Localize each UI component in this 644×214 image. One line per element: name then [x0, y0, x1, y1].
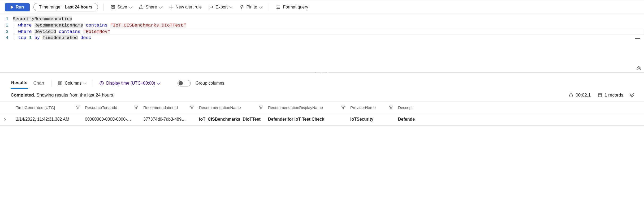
run-button[interactable]: Run — [5, 3, 30, 11]
code-token: TimeGenerated — [42, 35, 78, 40]
cell-providername: IoTSecurity — [350, 117, 398, 122]
export-icon — [209, 5, 213, 10]
th-label: RecommendationId — [143, 105, 178, 110]
save-icon — [110, 5, 115, 10]
status-bar: Completed. Showing results from the last… — [0, 89, 644, 102]
chevron-down-icon — [229, 5, 233, 8]
tab-results[interactable]: Results — [11, 77, 28, 89]
columns-label: Columns — [65, 81, 81, 86]
format-query-button[interactable]: Format query — [274, 4, 310, 11]
cell-recommendationid: 377374d6-7db3-489… — [143, 117, 199, 122]
time-range-picker[interactable]: Time range : Last 24 hours — [33, 3, 98, 11]
save-label: Save — [117, 5, 127, 10]
svg-rect-3 — [60, 82, 62, 85]
line-number: 2 — [0, 22, 13, 29]
toolbar-divider — [269, 4, 269, 11]
columns-icon — [58, 81, 63, 86]
filter-icon[interactable] — [134, 105, 139, 110]
run-label: Run — [16, 5, 24, 10]
records-icon — [598, 93, 602, 98]
code-token: desc — [80, 35, 91, 40]
records-indicator: 1 records — [598, 93, 623, 98]
expand-row-button[interactable] — [0, 117, 9, 122]
stopwatch-icon — [569, 93, 573, 98]
status-showing: Showing results from the last 24 hours. — [36, 93, 114, 98]
filter-icon[interactable] — [341, 105, 345, 110]
svg-rect-2 — [58, 82, 60, 85]
share-label: Share — [146, 5, 157, 10]
code-token: contains — [86, 23, 107, 28]
col-recommendationname[interactable]: RecommendationName — [199, 105, 268, 110]
th-label: ResourceTenantId — [85, 105, 117, 110]
th-label: Descript — [398, 105, 413, 110]
code-token: contains — [59, 29, 80, 34]
toolbar-divider — [51, 80, 51, 87]
col-recommendationid[interactable]: RecommendationId — [143, 105, 199, 110]
filter-icon[interactable] — [189, 105, 194, 110]
toolbar-divider — [103, 4, 103, 11]
export-button[interactable]: Export — [207, 4, 234, 11]
toolbar-divider — [93, 80, 93, 87]
plus-icon — [169, 5, 174, 10]
share-icon — [139, 5, 144, 10]
toggle-knob — [179, 81, 183, 85]
expand-down-icon[interactable] — [630, 94, 633, 97]
cell-recommendationdisplayname: Defender for IoT Test Check — [268, 117, 350, 122]
col-recommendationdisplayname[interactable]: RecommendationDisplayName — [268, 105, 350, 110]
new-alert-label: New alert rule — [176, 5, 202, 10]
code-token: "RotemNov" — [83, 29, 110, 34]
table-row[interactable]: 2/14/2022, 11:42:31.382 AM 00000000-0000… — [0, 113, 644, 125]
play-icon — [11, 5, 14, 9]
time-range-label: Time range : — [39, 5, 63, 10]
pin-icon — [239, 5, 244, 10]
col-description[interactable]: Descript — [398, 105, 644, 110]
col-resourcetenantid[interactable]: ResourceTenantId — [85, 105, 143, 110]
code-token: 1 — [29, 35, 32, 40]
new-alert-button[interactable]: New alert rule — [167, 4, 204, 11]
table-header: TimeGenerated [UTC] ResourceTenantId Rec… — [0, 102, 644, 113]
cell-recommendationname: IoT_CISBenchmarks_DIoTTest — [199, 117, 268, 122]
results-toolbar: Results Chart Columns Display time (UTC+… — [0, 76, 644, 89]
filter-icon[interactable] — [258, 105, 263, 110]
line-number: 3 — [0, 29, 13, 35]
cell-resourcetenantid: 00000000-0000-0000-… — [85, 117, 143, 122]
code-token: where — [18, 29, 32, 34]
pin-label: Pin to — [246, 5, 257, 10]
svg-rect-1 — [112, 7, 114, 8]
code-token: | — [13, 23, 15, 28]
code-token: by — [34, 35, 40, 40]
duration-indicator: 00:02.1 — [569, 93, 591, 98]
duration-value: 00:02.1 — [576, 93, 591, 98]
scroll-up-icon[interactable] — [637, 67, 640, 70]
code-token: RecommendationName — [34, 23, 83, 28]
cell-description: Defende — [398, 117, 644, 122]
code-token: top — [18, 35, 26, 40]
th-label: RecommendationDisplayName — [268, 105, 323, 110]
format-label: Format query — [283, 5, 308, 10]
code-token: where — [18, 23, 32, 28]
filter-icon[interactable] — [75, 105, 80, 110]
records-value: 1 records — [604, 93, 623, 98]
line-number: 1 — [0, 16, 13, 22]
columns-button[interactable]: Columns — [58, 81, 86, 86]
chevron-down-icon — [129, 5, 132, 8]
col-timegenerated[interactable]: TimeGenerated [UTC] — [16, 105, 85, 110]
collapse-icon[interactable] — [635, 38, 640, 39]
pin-button[interactable]: Pin to — [238, 4, 263, 11]
th-label: RecommendationName — [199, 105, 241, 110]
display-time-button[interactable]: Display time (UTC+00:00) — [99, 81, 160, 86]
save-button[interactable]: Save — [109, 4, 133, 11]
query-toolbar: Run Time range : Last 24 hours Save Shar… — [0, 0, 644, 14]
chevron-down-icon — [158, 5, 162, 8]
query-editor[interactable]: 1 SecurityRecommendation 2 | where Recom… — [0, 14, 644, 73]
tab-chart[interactable]: Chart — [33, 78, 45, 89]
clock-icon — [99, 81, 104, 86]
code-token: | — [13, 35, 15, 40]
share-button[interactable]: Share — [137, 4, 163, 11]
status-sep: . — [34, 93, 36, 98]
time-range-value: Last 24 hours — [65, 5, 92, 10]
display-time-label: Display time (UTC+00:00) — [106, 81, 155, 86]
filter-icon[interactable] — [388, 105, 393, 110]
group-columns-toggle[interactable] — [178, 80, 191, 86]
col-providername[interactable]: ProviderName — [350, 105, 398, 110]
